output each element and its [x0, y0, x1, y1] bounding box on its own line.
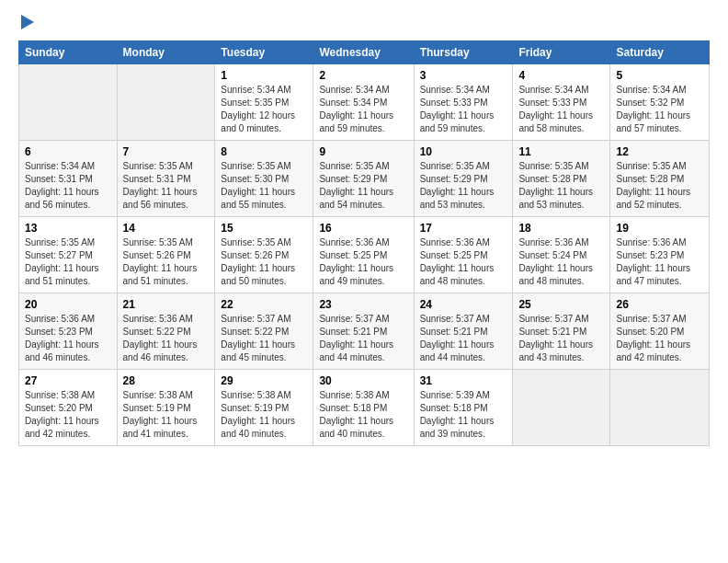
calendar-cell: 19Sunrise: 5:36 AM Sunset: 5:23 PM Dayli…: [610, 217, 710, 293]
day-detail: Sunrise: 5:37 AM Sunset: 5:21 PM Dayligh…: [319, 313, 407, 364]
calendar-cell: [610, 370, 710, 446]
week-row-4: 20Sunrise: 5:36 AM Sunset: 5:23 PM Dayli…: [19, 293, 710, 370]
day-number: 18: [518, 222, 604, 235]
calendar-cell: 7Sunrise: 5:35 AM Sunset: 5:31 PM Daylig…: [117, 141, 215, 217]
calendar-cell: 14Sunrise: 5:35 AM Sunset: 5:26 PM Dayli…: [117, 217, 215, 293]
column-header-wednesday: Wednesday: [313, 41, 414, 64]
day-number: 11: [518, 145, 604, 158]
calendar-cell: 20Sunrise: 5:36 AM Sunset: 5:23 PM Dayli…: [19, 293, 118, 370]
calendar-cell: 22Sunrise: 5:37 AM Sunset: 5:22 PM Dayli…: [215, 293, 313, 370]
calendar-cell: 5Sunrise: 5:34 AM Sunset: 5:32 PM Daylig…: [610, 64, 710, 141]
day-number: 4: [518, 69, 604, 82]
day-number: 31: [420, 374, 507, 387]
day-number: 29: [221, 374, 307, 387]
day-number: 22: [221, 298, 307, 311]
calendar-cell: [513, 370, 610, 446]
day-number: 23: [319, 298, 407, 311]
calendar-cell: 28Sunrise: 5:38 AM Sunset: 5:19 PM Dayli…: [117, 370, 215, 446]
calendar-cell: [117, 64, 215, 141]
day-number: 19: [616, 222, 703, 235]
day-detail: Sunrise: 5:38 AM Sunset: 5:20 PM Dayligh…: [25, 389, 111, 441]
calendar-cell: 4Sunrise: 5:34 AM Sunset: 5:33 PM Daylig…: [513, 64, 610, 141]
column-header-tuesday: Tuesday: [215, 41, 313, 64]
day-detail: Sunrise: 5:36 AM Sunset: 5:24 PM Dayligh…: [518, 236, 604, 288]
calendar-cell: 6Sunrise: 5:34 AM Sunset: 5:31 PM Daylig…: [19, 141, 118, 217]
calendar-cell: 29Sunrise: 5:38 AM Sunset: 5:19 PM Dayli…: [215, 370, 313, 446]
day-detail: Sunrise: 5:35 AM Sunset: 5:28 PM Dayligh…: [518, 160, 604, 212]
day-number: 20: [25, 298, 111, 311]
calendar-cell: 12Sunrise: 5:35 AM Sunset: 5:28 PM Dayli…: [610, 141, 710, 217]
day-detail: Sunrise: 5:35 AM Sunset: 5:28 PM Dayligh…: [616, 160, 703, 212]
calendar-cell: 21Sunrise: 5:36 AM Sunset: 5:22 PM Dayli…: [117, 293, 215, 370]
day-number: 12: [616, 145, 703, 158]
day-number: 1: [221, 69, 307, 82]
day-number: 9: [319, 145, 407, 158]
day-number: 30: [319, 374, 407, 387]
calendar-cell: 1Sunrise: 5:34 AM Sunset: 5:35 PM Daylig…: [215, 64, 313, 141]
day-detail: Sunrise: 5:36 AM Sunset: 5:25 PM Dayligh…: [420, 236, 507, 288]
day-number: 17: [420, 222, 507, 235]
day-detail: Sunrise: 5:36 AM Sunset: 5:25 PM Dayligh…: [319, 236, 407, 288]
day-number: 13: [25, 222, 111, 235]
week-row-5: 27Sunrise: 5:38 AM Sunset: 5:20 PM Dayli…: [19, 370, 710, 446]
day-detail: Sunrise: 5:37 AM Sunset: 5:21 PM Dayligh…: [518, 313, 604, 364]
day-detail: Sunrise: 5:35 AM Sunset: 5:26 PM Dayligh…: [221, 236, 307, 288]
day-detail: Sunrise: 5:38 AM Sunset: 5:18 PM Dayligh…: [319, 389, 407, 441]
day-detail: Sunrise: 5:37 AM Sunset: 5:21 PM Dayligh…: [420, 313, 507, 364]
day-number: 2: [319, 69, 407, 82]
calendar-cell: 30Sunrise: 5:38 AM Sunset: 5:18 PM Dayli…: [313, 370, 414, 446]
week-row-3: 13Sunrise: 5:35 AM Sunset: 5:27 PM Dayli…: [19, 217, 710, 293]
day-number: 16: [319, 222, 407, 235]
column-header-saturday: Saturday: [610, 41, 710, 64]
calendar-header-row: SundayMondayTuesdayWednesdayThursdayFrid…: [19, 41, 710, 64]
column-header-monday: Monday: [117, 41, 215, 64]
day-detail: Sunrise: 5:37 AM Sunset: 5:22 PM Dayligh…: [221, 313, 307, 364]
day-detail: Sunrise: 5:34 AM Sunset: 5:32 PM Dayligh…: [616, 84, 703, 135]
day-detail: Sunrise: 5:35 AM Sunset: 5:30 PM Dayligh…: [221, 160, 307, 212]
day-detail: Sunrise: 5:38 AM Sunset: 5:19 PM Dayligh…: [221, 389, 307, 441]
calendar-body: 1Sunrise: 5:34 AM Sunset: 5:35 PM Daylig…: [19, 64, 710, 446]
day-number: 5: [616, 69, 703, 82]
day-number: 15: [221, 222, 307, 235]
day-detail: Sunrise: 5:35 AM Sunset: 5:27 PM Dayligh…: [25, 236, 111, 288]
day-number: 3: [420, 69, 507, 82]
logo-arrow-icon: [21, 15, 34, 29]
day-number: 27: [25, 374, 111, 387]
calendar-cell: 23Sunrise: 5:37 AM Sunset: 5:21 PM Dayli…: [313, 293, 414, 370]
day-number: 6: [25, 145, 111, 158]
day-detail: Sunrise: 5:36 AM Sunset: 5:22 PM Dayligh…: [123, 313, 210, 364]
day-detail: Sunrise: 5:36 AM Sunset: 5:23 PM Dayligh…: [616, 236, 703, 288]
day-number: 14: [123, 222, 210, 235]
day-number: 10: [420, 145, 507, 158]
day-number: 7: [123, 145, 210, 158]
calendar-cell: 24Sunrise: 5:37 AM Sunset: 5:21 PM Dayli…: [414, 293, 513, 370]
calendar-cell: 3Sunrise: 5:34 AM Sunset: 5:33 PM Daylig…: [414, 64, 513, 141]
day-detail: Sunrise: 5:35 AM Sunset: 5:31 PM Dayligh…: [123, 160, 210, 212]
column-header-friday: Friday: [513, 41, 610, 64]
day-number: 25: [518, 298, 604, 311]
calendar-cell: 8Sunrise: 5:35 AM Sunset: 5:30 PM Daylig…: [215, 141, 313, 217]
column-header-thursday: Thursday: [414, 41, 513, 64]
page: SundayMondayTuesdayWednesdayThursdayFrid…: [0, 0, 728, 563]
day-detail: Sunrise: 5:36 AM Sunset: 5:23 PM Dayligh…: [25, 313, 111, 364]
day-detail: Sunrise: 5:37 AM Sunset: 5:20 PM Dayligh…: [616, 313, 703, 364]
column-header-sunday: Sunday: [19, 41, 118, 64]
day-detail: Sunrise: 5:35 AM Sunset: 5:29 PM Dayligh…: [420, 160, 507, 212]
day-detail: Sunrise: 5:34 AM Sunset: 5:33 PM Dayligh…: [420, 84, 507, 135]
calendar-cell: 2Sunrise: 5:34 AM Sunset: 5:34 PM Daylig…: [313, 64, 414, 141]
day-detail: Sunrise: 5:35 AM Sunset: 5:29 PM Dayligh…: [319, 160, 407, 212]
day-detail: Sunrise: 5:34 AM Sunset: 5:33 PM Dayligh…: [518, 84, 604, 135]
header: [18, 15, 710, 31]
calendar-cell: 15Sunrise: 5:35 AM Sunset: 5:26 PM Dayli…: [215, 217, 313, 293]
calendar-cell: 11Sunrise: 5:35 AM Sunset: 5:28 PM Dayli…: [513, 141, 610, 217]
day-detail: Sunrise: 5:34 AM Sunset: 5:35 PM Dayligh…: [221, 84, 307, 135]
calendar-cell: 13Sunrise: 5:35 AM Sunset: 5:27 PM Dayli…: [19, 217, 118, 293]
calendar-cell: 16Sunrise: 5:36 AM Sunset: 5:25 PM Dayli…: [313, 217, 414, 293]
day-detail: Sunrise: 5:38 AM Sunset: 5:19 PM Dayligh…: [123, 389, 210, 441]
calendar-cell: 17Sunrise: 5:36 AM Sunset: 5:25 PM Dayli…: [414, 217, 513, 293]
day-detail: Sunrise: 5:34 AM Sunset: 5:31 PM Dayligh…: [25, 160, 111, 212]
day-detail: Sunrise: 5:34 AM Sunset: 5:34 PM Dayligh…: [319, 84, 407, 135]
calendar-cell: 31Sunrise: 5:39 AM Sunset: 5:18 PM Dayli…: [414, 370, 513, 446]
day-number: 28: [123, 374, 210, 387]
logo: [18, 15, 34, 31]
